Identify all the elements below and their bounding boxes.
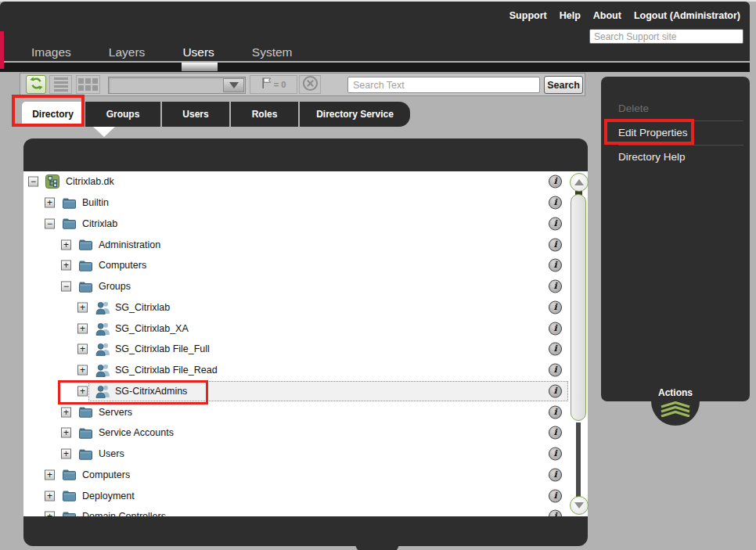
info-icon[interactable]: i xyxy=(549,259,562,272)
header-link-logout-administrator[interactable]: Logout (Administrator) xyxy=(634,10,740,21)
expand-toggle-icon[interactable]: + xyxy=(61,449,71,459)
filter-dropdown[interactable] xyxy=(108,77,246,94)
action-item-directory-help[interactable]: Directory Help xyxy=(601,146,750,169)
grid-view-button[interactable] xyxy=(76,75,100,94)
info-icon[interactable]: i xyxy=(549,343,562,356)
tree-row-servers[interactable]: +Serversi xyxy=(23,401,588,422)
expand-toggle-icon[interactable]: + xyxy=(45,512,55,516)
tree-row-label: Administration xyxy=(99,239,160,250)
collapse-toggle-icon[interactable]: − xyxy=(28,177,38,187)
clear-flags-button[interactable] xyxy=(299,75,321,94)
nav-tab-layers[interactable]: Layers xyxy=(109,45,146,59)
tree-row-administration[interactable]: +Administrationi xyxy=(23,234,588,255)
info-icon[interactable]: i xyxy=(549,510,562,516)
expand-toggle-icon[interactable]: + xyxy=(77,344,88,354)
scrollbar-track[interactable] xyxy=(576,422,581,498)
header-link-help[interactable]: Help xyxy=(560,10,581,21)
scrollbar-thumb[interactable] xyxy=(571,194,586,421)
info-icon[interactable]: i xyxy=(549,448,562,461)
expand-toggle-icon[interactable]: + xyxy=(45,198,55,208)
info-icon[interactable]: i xyxy=(549,426,562,440)
subtabs: DirectoryGroupsUsersRolesDirectory Servi… xyxy=(22,102,410,127)
expand-toggle-icon[interactable]: + xyxy=(77,323,88,333)
subtab-directory-service[interactable]: Directory Service xyxy=(300,102,410,127)
action-item-delete: Delete xyxy=(601,97,750,120)
tree-row-users[interactable]: +Usersi xyxy=(23,444,588,465)
chevron-down-icon[interactable] xyxy=(223,78,244,92)
info-icon[interactable]: i xyxy=(549,217,562,230)
tree-row-label: SG_Citrixlab File_Read xyxy=(115,365,218,376)
subtab-directory[interactable]: Directory xyxy=(22,102,84,127)
action-item-edit-properties[interactable]: Edit Properties xyxy=(601,121,750,145)
flag-counter: = 0 xyxy=(250,75,297,94)
subtab-users[interactable]: Users xyxy=(162,102,229,127)
support-search-input[interactable] xyxy=(589,29,743,44)
tree-row-label: Citrixlab.dk xyxy=(66,176,114,187)
app-header: SupportHelpAboutLogout (Administrator) I… xyxy=(0,2,750,61)
tree-row-builtin[interactable]: +Builtini xyxy=(23,192,588,214)
nav-tab-system[interactable]: System xyxy=(252,45,293,59)
panel-bottom-tab[interactable] xyxy=(355,543,399,550)
info-icon[interactable]: i xyxy=(549,175,562,189)
expand-toggle-icon[interactable]: + xyxy=(61,239,71,250)
subtab-roles[interactable]: Roles xyxy=(231,102,298,127)
actions-collapse-button[interactable] xyxy=(651,377,700,426)
domain-icon xyxy=(45,174,62,189)
tree-row-domain-controllers[interactable]: +Domain Controllersi xyxy=(23,506,588,516)
collapse-toggle-icon[interactable]: − xyxy=(61,282,71,292)
expand-toggle-icon[interactable]: + xyxy=(61,261,71,271)
tree-row-sg-citrixlab[interactable]: +SG_Citrixlabi xyxy=(23,297,588,318)
info-icon[interactable]: i xyxy=(549,489,562,502)
search-input[interactable] xyxy=(347,77,540,93)
expand-toggle-icon[interactable]: + xyxy=(61,428,71,438)
expand-toggle-icon[interactable]: + xyxy=(77,386,88,396)
expand-toggle-icon[interactable]: + xyxy=(77,365,88,376)
folder-icon xyxy=(78,258,95,272)
info-icon[interactable]: i xyxy=(549,384,562,397)
expand-toggle-icon[interactable]: + xyxy=(45,469,55,480)
flag-count: = 0 xyxy=(274,80,286,89)
search-button[interactable]: Search xyxy=(544,76,583,94)
header-link-support[interactable]: Support xyxy=(509,10,547,21)
header-link-about[interactable]: About xyxy=(593,10,621,21)
tree-row-service-accounts[interactable]: +Service Accountsi xyxy=(23,422,588,444)
info-icon[interactable]: i xyxy=(549,238,562,251)
refresh-button[interactable] xyxy=(26,75,46,94)
tree-row-citrixlab-dk[interactable]: −Citrixlab.dki xyxy=(23,171,588,192)
expand-toggle-icon[interactable]: + xyxy=(77,302,88,312)
actions-panel: DeleteEdit PropertiesDirectory Help Acti… xyxy=(601,77,750,401)
tree-row-groups[interactable]: −Groupsi xyxy=(23,276,588,297)
info-icon[interactable]: i xyxy=(549,468,562,481)
list-view-button[interactable] xyxy=(49,75,72,94)
toolbar: = 0 Search xyxy=(20,73,585,96)
subtab-groups[interactable]: Groups xyxy=(85,102,160,127)
header-links: SupportHelpAboutLogout (Administrator) xyxy=(509,10,740,21)
nav-tab-images[interactable]: Images xyxy=(31,45,71,59)
expand-toggle-icon[interactable]: + xyxy=(61,407,71,417)
nav-tab-users[interactable]: Users xyxy=(182,45,214,59)
tree-row-label: Builtin xyxy=(82,197,109,208)
scroll-down-button[interactable] xyxy=(570,496,589,515)
tree-row-sg-citrixlab-file-read[interactable]: +SG_Citrixlab File_Readi xyxy=(23,360,588,381)
tree-row-citrixlab[interactable]: −Citrixlabi xyxy=(23,214,588,235)
info-icon[interactable]: i xyxy=(549,322,562,335)
expand-toggle-icon[interactable]: + xyxy=(45,491,55,501)
tree-row-computers[interactable]: +Computersi xyxy=(23,255,588,276)
info-icon[interactable]: i xyxy=(549,300,562,314)
scroll-up-button[interactable] xyxy=(570,173,589,192)
actions-panel-title: Actions xyxy=(601,387,750,398)
tree-row-computers[interactable]: +Computersi xyxy=(23,465,588,486)
folder-icon xyxy=(78,279,95,293)
flag-icon xyxy=(261,77,272,92)
tree-row-label: Computers xyxy=(82,469,130,480)
tree-row-sg-citrixlab-file-full[interactable]: +SG_Citrixlab File_Fulli xyxy=(23,339,588,360)
info-icon[interactable]: i xyxy=(549,196,562,210)
info-icon[interactable]: i xyxy=(549,280,562,293)
tree-row-sg-citrixlab-xa[interactable]: +SG_Citrixlab_XAi xyxy=(23,318,588,339)
collapse-toggle-icon[interactable]: − xyxy=(45,218,55,228)
info-icon[interactable]: i xyxy=(549,405,562,419)
tree-row-label: Servers xyxy=(99,407,132,418)
info-icon[interactable]: i xyxy=(549,364,562,377)
tree-row-deployment[interactable]: +Deploymenti xyxy=(23,485,588,506)
tree-row-sg-citrixadmins[interactable]: +SG-CitrixAdminsi xyxy=(23,381,588,402)
